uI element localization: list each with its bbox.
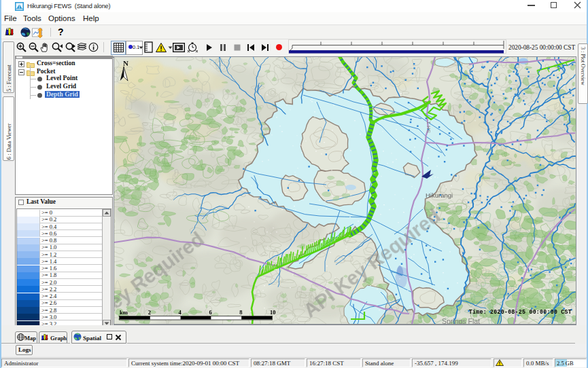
svg-text:km: km (120, 309, 128, 316)
svg-text:Time: 2020-08-25 00:00:00 CST: Time: 2020-08-25 00:00:00 CST (469, 309, 572, 315)
svg-text:10: 10 (270, 309, 276, 316)
svg-text:4: 4 (179, 309, 182, 316)
svg-text:8: 8 (239, 309, 242, 316)
svg-text:Hikurangi: Hikurangi (426, 191, 453, 199)
svg-text:SH 1: SH 1 (426, 121, 432, 133)
svg-text:Springs Flat: Springs Flat (442, 317, 480, 324)
svg-text:6: 6 (209, 309, 211, 316)
svg-text:2: 2 (148, 309, 151, 316)
svg-text:N: N (123, 59, 128, 67)
